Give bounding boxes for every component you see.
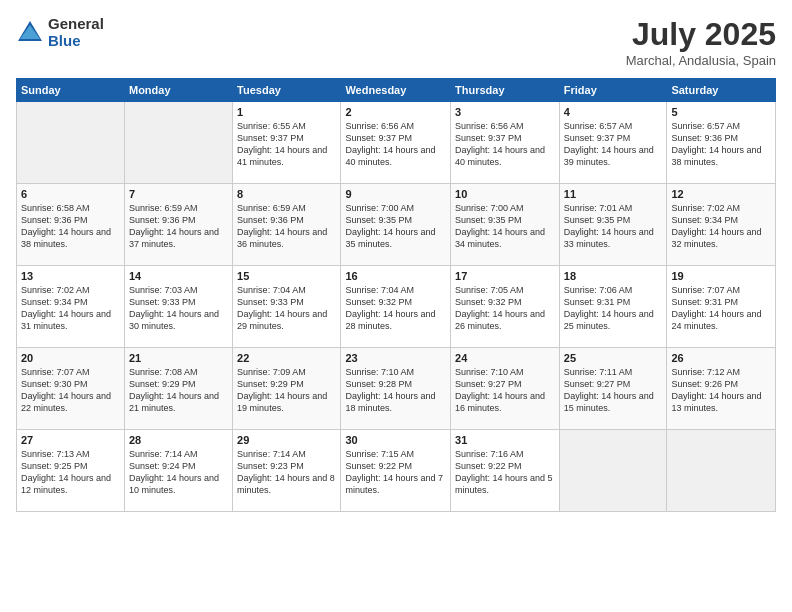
week-row-2: 13Sunrise: 7:02 AM Sunset: 9:34 PM Dayli… (17, 266, 776, 348)
cell-2-5: 18Sunrise: 7:06 AM Sunset: 9:31 PM Dayli… (559, 266, 667, 348)
header-monday: Monday (124, 79, 232, 102)
logo-blue-text: Blue (48, 33, 104, 50)
cell-4-0: 27Sunrise: 7:13 AM Sunset: 9:25 PM Dayli… (17, 430, 125, 512)
cell-0-2: 1Sunrise: 6:55 AM Sunset: 9:37 PM Daylig… (233, 102, 341, 184)
day-info-2-3: Sunrise: 7:04 AM Sunset: 9:32 PM Dayligh… (345, 284, 446, 333)
header-friday: Friday (559, 79, 667, 102)
cell-4-1: 28Sunrise: 7:14 AM Sunset: 9:24 PM Dayli… (124, 430, 232, 512)
day-num-3-0: 20 (21, 352, 120, 364)
cell-4-3: 30Sunrise: 7:15 AM Sunset: 9:22 PM Dayli… (341, 430, 451, 512)
svg-marker-1 (20, 25, 40, 39)
day-num-0-3: 2 (345, 106, 446, 118)
day-num-4-1: 28 (129, 434, 228, 446)
day-info-4-3: Sunrise: 7:15 AM Sunset: 9:22 PM Dayligh… (345, 448, 446, 497)
week-row-3: 20Sunrise: 7:07 AM Sunset: 9:30 PM Dayli… (17, 348, 776, 430)
cell-0-1 (124, 102, 232, 184)
cell-0-4: 3Sunrise: 6:56 AM Sunset: 9:37 PM Daylig… (451, 102, 560, 184)
week-row-0: 1Sunrise: 6:55 AM Sunset: 9:37 PM Daylig… (17, 102, 776, 184)
day-info-3-3: Sunrise: 7:10 AM Sunset: 9:28 PM Dayligh… (345, 366, 446, 415)
cell-4-5 (559, 430, 667, 512)
day-num-3-2: 22 (237, 352, 336, 364)
day-info-4-4: Sunrise: 7:16 AM Sunset: 9:22 PM Dayligh… (455, 448, 555, 497)
day-info-1-1: Sunrise: 6:59 AM Sunset: 9:36 PM Dayligh… (129, 202, 228, 251)
logo-text: General Blue (48, 16, 104, 49)
cell-2-0: 13Sunrise: 7:02 AM Sunset: 9:34 PM Dayli… (17, 266, 125, 348)
day-info-0-6: Sunrise: 6:57 AM Sunset: 9:36 PM Dayligh… (671, 120, 771, 169)
day-info-3-5: Sunrise: 7:11 AM Sunset: 9:27 PM Dayligh… (564, 366, 663, 415)
day-info-4-1: Sunrise: 7:14 AM Sunset: 9:24 PM Dayligh… (129, 448, 228, 497)
header-row: Sunday Monday Tuesday Wednesday Thursday… (17, 79, 776, 102)
cell-1-6: 12Sunrise: 7:02 AM Sunset: 9:34 PM Dayli… (667, 184, 776, 266)
day-num-3-1: 21 (129, 352, 228, 364)
cell-3-6: 26Sunrise: 7:12 AM Sunset: 9:26 PM Dayli… (667, 348, 776, 430)
title-block: July 2025 Marchal, Andalusia, Spain (626, 16, 776, 68)
location: Marchal, Andalusia, Spain (626, 53, 776, 68)
day-num-2-2: 15 (237, 270, 336, 282)
day-num-0-2: 1 (237, 106, 336, 118)
day-num-2-4: 17 (455, 270, 555, 282)
cell-2-2: 15Sunrise: 7:04 AM Sunset: 9:33 PM Dayli… (233, 266, 341, 348)
cell-1-1: 7Sunrise: 6:59 AM Sunset: 9:36 PM Daylig… (124, 184, 232, 266)
day-num-3-4: 24 (455, 352, 555, 364)
day-num-1-0: 6 (21, 188, 120, 200)
day-info-1-2: Sunrise: 6:59 AM Sunset: 9:36 PM Dayligh… (237, 202, 336, 251)
day-num-1-2: 8 (237, 188, 336, 200)
day-num-1-3: 9 (345, 188, 446, 200)
header: General Blue July 2025 Marchal, Andalusi… (16, 16, 776, 68)
logo-icon (16, 19, 44, 47)
cell-3-3: 23Sunrise: 7:10 AM Sunset: 9:28 PM Dayli… (341, 348, 451, 430)
cell-2-4: 17Sunrise: 7:05 AM Sunset: 9:32 PM Dayli… (451, 266, 560, 348)
cell-1-0: 6Sunrise: 6:58 AM Sunset: 9:36 PM Daylig… (17, 184, 125, 266)
day-info-3-6: Sunrise: 7:12 AM Sunset: 9:26 PM Dayligh… (671, 366, 771, 415)
day-info-0-3: Sunrise: 6:56 AM Sunset: 9:37 PM Dayligh… (345, 120, 446, 169)
cell-3-1: 21Sunrise: 7:08 AM Sunset: 9:29 PM Dayli… (124, 348, 232, 430)
day-info-2-2: Sunrise: 7:04 AM Sunset: 9:33 PM Dayligh… (237, 284, 336, 333)
day-num-3-5: 25 (564, 352, 663, 364)
day-num-2-6: 19 (671, 270, 771, 282)
header-thursday: Thursday (451, 79, 560, 102)
day-num-0-5: 4 (564, 106, 663, 118)
header-wednesday: Wednesday (341, 79, 451, 102)
page: General Blue July 2025 Marchal, Andalusi… (0, 0, 792, 612)
day-num-4-0: 27 (21, 434, 120, 446)
day-info-3-0: Sunrise: 7:07 AM Sunset: 9:30 PM Dayligh… (21, 366, 120, 415)
cell-2-1: 14Sunrise: 7:03 AM Sunset: 9:33 PM Dayli… (124, 266, 232, 348)
day-num-2-1: 14 (129, 270, 228, 282)
day-info-1-5: Sunrise: 7:01 AM Sunset: 9:35 PM Dayligh… (564, 202, 663, 251)
day-num-1-1: 7 (129, 188, 228, 200)
calendar-body: 1Sunrise: 6:55 AM Sunset: 9:37 PM Daylig… (17, 102, 776, 512)
day-info-3-1: Sunrise: 7:08 AM Sunset: 9:29 PM Dayligh… (129, 366, 228, 415)
week-row-1: 6Sunrise: 6:58 AM Sunset: 9:36 PM Daylig… (17, 184, 776, 266)
day-info-1-0: Sunrise: 6:58 AM Sunset: 9:36 PM Dayligh… (21, 202, 120, 251)
day-info-1-4: Sunrise: 7:00 AM Sunset: 9:35 PM Dayligh… (455, 202, 555, 251)
cell-1-3: 9Sunrise: 7:00 AM Sunset: 9:35 PM Daylig… (341, 184, 451, 266)
day-info-3-4: Sunrise: 7:10 AM Sunset: 9:27 PM Dayligh… (455, 366, 555, 415)
day-num-0-6: 5 (671, 106, 771, 118)
day-num-4-2: 29 (237, 434, 336, 446)
day-info-2-4: Sunrise: 7:05 AM Sunset: 9:32 PM Dayligh… (455, 284, 555, 333)
cell-3-0: 20Sunrise: 7:07 AM Sunset: 9:30 PM Dayli… (17, 348, 125, 430)
day-info-2-0: Sunrise: 7:02 AM Sunset: 9:34 PM Dayligh… (21, 284, 120, 333)
cell-1-2: 8Sunrise: 6:59 AM Sunset: 9:36 PM Daylig… (233, 184, 341, 266)
day-num-0-4: 3 (455, 106, 555, 118)
cell-2-6: 19Sunrise: 7:07 AM Sunset: 9:31 PM Dayli… (667, 266, 776, 348)
day-num-1-4: 10 (455, 188, 555, 200)
day-info-4-2: Sunrise: 7:14 AM Sunset: 9:23 PM Dayligh… (237, 448, 336, 497)
header-saturday: Saturday (667, 79, 776, 102)
calendar-table: Sunday Monday Tuesday Wednesday Thursday… (16, 78, 776, 512)
day-info-4-0: Sunrise: 7:13 AM Sunset: 9:25 PM Dayligh… (21, 448, 120, 497)
day-num-4-4: 31 (455, 434, 555, 446)
day-num-4-3: 30 (345, 434, 446, 446)
cell-3-5: 25Sunrise: 7:11 AM Sunset: 9:27 PM Dayli… (559, 348, 667, 430)
header-tuesday: Tuesday (233, 79, 341, 102)
cell-0-0 (17, 102, 125, 184)
cell-0-6: 5Sunrise: 6:57 AM Sunset: 9:36 PM Daylig… (667, 102, 776, 184)
cell-1-4: 10Sunrise: 7:00 AM Sunset: 9:35 PM Dayli… (451, 184, 560, 266)
cell-4-4: 31Sunrise: 7:16 AM Sunset: 9:22 PM Dayli… (451, 430, 560, 512)
calendar-header: Sunday Monday Tuesday Wednesday Thursday… (17, 79, 776, 102)
cell-3-2: 22Sunrise: 7:09 AM Sunset: 9:29 PM Dayli… (233, 348, 341, 430)
day-info-1-3: Sunrise: 7:00 AM Sunset: 9:35 PM Dayligh… (345, 202, 446, 251)
day-info-2-1: Sunrise: 7:03 AM Sunset: 9:33 PM Dayligh… (129, 284, 228, 333)
cell-0-5: 4Sunrise: 6:57 AM Sunset: 9:37 PM Daylig… (559, 102, 667, 184)
day-info-0-4: Sunrise: 6:56 AM Sunset: 9:37 PM Dayligh… (455, 120, 555, 169)
